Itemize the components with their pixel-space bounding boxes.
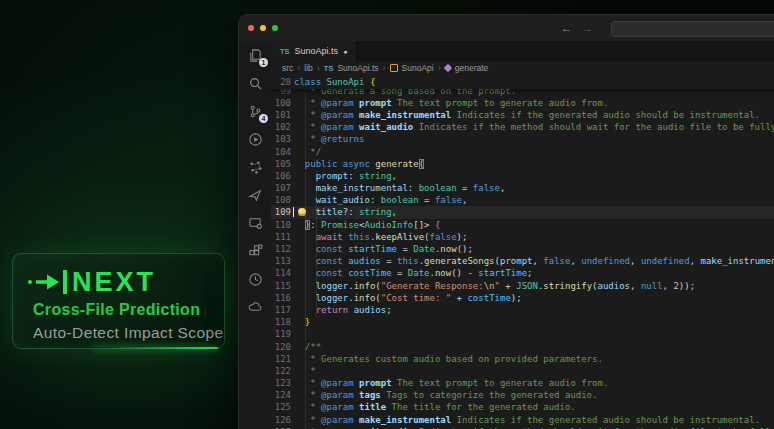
history-icon[interactable] — [239, 265, 271, 293]
breadcrumb-file[interactable]: SunoApi.ts — [337, 63, 378, 73]
code-text: * @param wait_audio Indicates if the met… — [294, 121, 774, 133]
line-number[interactable]: 108 — [271, 194, 291, 206]
remote-explorer-icon[interactable] — [239, 209, 271, 237]
breadcrumb-src[interactable]: src — [282, 63, 293, 73]
line-number[interactable]: 116 — [271, 292, 291, 304]
explorer-icon[interactable]: 1 — [239, 41, 271, 69]
line-number[interactable]: 111 — [271, 231, 291, 243]
line-number[interactable]: 114 — [271, 267, 291, 279]
line-number[interactable]: 121 — [271, 353, 291, 365]
close-button[interactable] — [248, 25, 254, 31]
breadcrumb-class[interactable]: SunoApi — [402, 63, 434, 73]
line-number[interactable]: 102 — [271, 121, 291, 133]
line-number[interactable]: 106 — [271, 170, 291, 182]
code-text: title?: string, — [294, 206, 397, 218]
code-line[interactable]: 122 * — [271, 365, 774, 377]
line-number[interactable]: 126 — [271, 414, 291, 426]
extensions-icon[interactable] — [239, 237, 271, 265]
promo-subtitle: Auto-Detect Impact Scope — [33, 324, 224, 342]
code-line[interactable]: 120 /** — [271, 341, 774, 353]
code-line[interactable]: 110 ): Promise<AudioInfo[]> { — [271, 219, 774, 231]
code-text: const costTime = Date.now() - startTime; — [294, 267, 533, 279]
code-line[interactable]: 102 * @param wait_audio Indicates if the… — [271, 121, 774, 133]
forward-button[interactable]: → — [582, 22, 593, 34]
line-number[interactable]: 107 — [271, 182, 291, 194]
breadcrumb-method[interactable]: generate — [455, 63, 489, 73]
code-editor[interactable]: 99 * Generate a song based on the prompt… — [271, 75, 774, 429]
testing-icon[interactable] — [239, 153, 271, 181]
editor-window: ← → 1 4 — [238, 14, 774, 429]
code-line[interactable]: 126 * @param make_instrumental Indicates… — [271, 414, 774, 426]
line-number[interactable]: 115 — [271, 280, 291, 292]
minimize-button[interactable] — [260, 25, 266, 31]
line-number[interactable]: 109 — [271, 206, 291, 218]
line-number[interactable]: 110 — [271, 219, 291, 231]
logo-arrow-icon — [35, 273, 61, 291]
breadcrumb: src › lib › TS SunoApi.ts › SunoApi › ge… — [271, 61, 774, 75]
code-line[interactable]: 115 logger.info("Generate Response:\n" +… — [271, 280, 774, 292]
code-line[interactable]: 104 */ — [271, 146, 774, 158]
code-line[interactable]: 121 * Generates custom audio based on pr… — [271, 353, 774, 365]
code-line[interactable]: 106 prompt: string, — [271, 170, 774, 182]
maximize-button[interactable] — [272, 25, 278, 31]
line-number[interactable]: 124 — [271, 389, 291, 401]
code-line[interactable]: 123 * @param prompt The text prompt to g… — [271, 377, 774, 389]
tab-sunoapi[interactable]: TS SunoApi.ts ● — [271, 41, 357, 61]
code-line[interactable]: 116 logger.info("Cost time: " + costTime… — [271, 292, 774, 304]
line-number[interactable]: 125 — [271, 401, 291, 413]
code-text: } — [294, 316, 310, 328]
code-line[interactable]: 107 make_instrumental: boolean = false, — [271, 182, 774, 194]
line-number[interactable]: 123 — [271, 377, 291, 389]
line-number[interactable]: 100 — [271, 97, 291, 109]
typescript-file-icon: TS — [280, 47, 290, 56]
code-line[interactable]: 119 — [271, 328, 774, 340]
line-number[interactable]: 113 — [271, 255, 291, 267]
code-line[interactable]: 114 const costTime = Date.now() - startT… — [271, 267, 774, 279]
back-button[interactable]: ← — [561, 22, 572, 34]
nav-arrows: ← → — [561, 15, 593, 41]
code-line[interactable]: 109 title?: string, — [271, 206, 774, 218]
line-number[interactable]: 105 — [271, 158, 291, 170]
run-debug-icon[interactable] — [239, 125, 271, 153]
line-number[interactable]: 118 — [271, 316, 291, 328]
code-text: prompt: string, — [294, 170, 397, 182]
line-number[interactable]: 119 — [271, 328, 291, 340]
code-line[interactable]: 108 wait_audio: boolean = false, — [271, 194, 774, 206]
cloud-icon[interactable] — [239, 293, 271, 321]
code-text: */ — [294, 146, 321, 158]
code-line[interactable]: 101 * @param make_instrumental Indicates… — [271, 109, 774, 121]
code-line[interactable]: 113 const audios = this.generateSongs(pr… — [271, 255, 774, 267]
line-number[interactable]: 117 — [271, 304, 291, 316]
line-number[interactable]: 104 — [271, 146, 291, 158]
code-text: public async generate( — [294, 158, 424, 170]
breadcrumb-lib[interactable]: lib — [304, 63, 313, 73]
send-icon[interactable] — [239, 181, 271, 209]
code-line[interactable]: 118 } — [271, 316, 774, 328]
line-number[interactable]: 120 — [271, 341, 291, 353]
activity-bar: 1 4 — [239, 41, 272, 429]
line-number[interactable]: 101 — [271, 109, 291, 121]
code-line[interactable]: 124 * @param tags Tags to categorize the… — [271, 389, 774, 401]
text-cursor — [293, 207, 295, 217]
line-number[interactable]: 112 — [271, 243, 291, 255]
chevron-right-icon: › — [383, 63, 386, 73]
modified-dot-icon[interactable]: ● — [343, 48, 347, 55]
code-line[interactable]: 103 * @returns — [271, 133, 774, 145]
code-line[interactable]: 111 await this.keepAlive(false); — [271, 231, 774, 243]
code-line[interactable]: 112 const startTime = Date.now(); — [271, 243, 774, 255]
code-line[interactable]: 100 * @param prompt The text prompt to g… — [271, 97, 774, 109]
explorer-badge: 1 — [259, 58, 268, 67]
code-line[interactable]: 28class SunoApi { — [271, 75, 774, 89]
line-number[interactable]: 103 — [271, 133, 291, 145]
code-line[interactable]: 125 * @param title The title for the gen… — [271, 401, 774, 413]
code-line[interactable]: 117 return audios; — [271, 304, 774, 316]
line-number[interactable]: 28 — [271, 75, 291, 89]
source-control-icon[interactable]: 4 — [239, 97, 271, 125]
chevron-right-icon: › — [438, 63, 441, 73]
search-input[interactable] — [611, 21, 774, 37]
code-line[interactable]: 105 public async generate( — [271, 158, 774, 170]
source-control-badge: 4 — [259, 114, 268, 123]
line-number[interactable]: 122 — [271, 365, 291, 377]
search-sidebar-icon[interactable] — [239, 69, 271, 97]
sticky-scroll-line[interactable]: 28class SunoApi { — [271, 75, 774, 89]
